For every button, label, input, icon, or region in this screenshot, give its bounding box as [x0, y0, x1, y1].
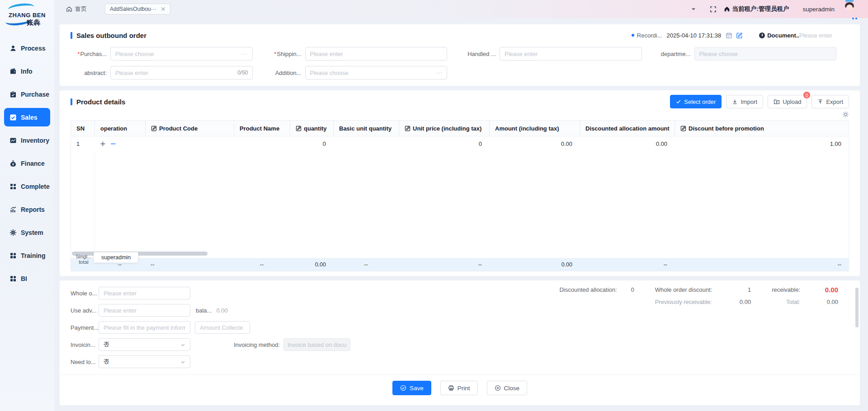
need-logistics-select[interactable]: 否 [99, 355, 190, 368]
document-label: Document.. [767, 32, 799, 39]
select-order-button[interactable]: Select order [670, 95, 722, 108]
payment-label: Payment... [71, 324, 99, 331]
handled-by-input[interactable] [500, 47, 642, 61]
print-button[interactable]: Print [440, 381, 478, 395]
close-icon[interactable] [161, 7, 165, 11]
char-counter: 0/50 [237, 70, 248, 76]
export-button[interactable]: Export [811, 95, 849, 108]
printer-icon [448, 385, 454, 391]
whole-order-discount-value: 1 [712, 286, 751, 293]
sidebar-item-system[interactable]: System [4, 223, 50, 242]
vertical-scrollbar[interactable] [855, 288, 859, 327]
sidebar-item-training[interactable]: Training [4, 246, 50, 265]
purchase-order-label: Purchas... [80, 51, 107, 57]
additional-input[interactable] [305, 66, 448, 79]
product-details-card: Product details Select order Import U [60, 90, 860, 276]
tab-add-sales-outbound[interactable]: AddSalesOutbou··· [105, 4, 170, 14]
previously-receivable-label: Previously receivable: [634, 299, 712, 305]
fullscreen-icon[interactable] [710, 6, 717, 13]
sidebar-item-inventory[interactable]: Inventory [4, 131, 50, 149]
need-logistics-field: Need lo... 否 [71, 355, 849, 368]
circle-check-icon [400, 385, 406, 391]
avatar[interactable] [842, 1, 858, 17]
invoicing-select[interactable]: 否 [99, 338, 190, 351]
tab-home[interactable]: 首页 [66, 5, 87, 13]
handled-by-label: Handled ... [460, 51, 500, 57]
order-footer-card: Whole o... Use adv... bala... 0.00 Payme… [60, 280, 860, 405]
whole-order-discount-label: Whole order discount: [634, 286, 712, 293]
add-row-icon[interactable] [100, 141, 106, 147]
import-button[interactable]: Import [726, 95, 763, 108]
handled-by-field: Handled ... [460, 47, 655, 61]
abstract-input[interactable] [110, 66, 253, 79]
chevron-down-icon [180, 360, 185, 364]
cell-quantity[interactable]: 0 [290, 136, 333, 151]
table-settings-gear-icon[interactable] [842, 111, 849, 118]
cell-unit-price[interactable]: 0 [399, 136, 489, 151]
sidebar-item-label: Purchase [21, 91, 49, 98]
total-cell-product-name: -- [234, 258, 290, 271]
cell-product-name [234, 136, 290, 151]
use-advance-input[interactable] [99, 304, 190, 317]
document-input[interactable] [799, 32, 849, 39]
sidebar-item-label: Complete [21, 183, 50, 190]
footer-actions: Save Print Close [71, 375, 849, 401]
invoicing-field: Invoicin... 否 Invoicing method: [71, 338, 849, 351]
total-cell-quantity: 0.00 [290, 258, 333, 271]
sidebar-item-label: Finance [21, 160, 45, 167]
shipping-input[interactable] [305, 47, 448, 61]
whole-order-input[interactable] [99, 287, 190, 299]
brand-name: ZHANG BEN [9, 12, 46, 19]
sidebar-item-process[interactable]: Process [4, 39, 50, 57]
remove-row-icon[interactable] [110, 141, 116, 147]
cell-discounted-allocation: 0.00 [580, 136, 675, 151]
topbar-right: 当前租户:管理员租户 superadmin [691, 1, 858, 17]
column-header-basic-unit-quantity: Basic unit quantity [333, 121, 399, 136]
save-button[interactable]: Save [392, 381, 431, 395]
close-button[interactable]: Close [487, 381, 528, 395]
tab-home-label: 首页 [75, 5, 87, 13]
amount-collected-input[interactable] [195, 321, 250, 334]
more-options-icon[interactable]: ··· [241, 51, 248, 57]
order-meta: Recordi... 2025-04-10 17:31:38 Document.… [632, 32, 849, 39]
cell-product-code[interactable] [145, 136, 234, 151]
main-area: 首页 AddSalesOutbou··· 当前租户:管理员租户 superadm… [54, 0, 868, 411]
sidebar-item-info[interactable]: Info [4, 62, 50, 80]
additional-label: Addition... [265, 70, 305, 76]
upload-button[interactable]: Upload 0 [768, 95, 807, 108]
column-header-unit-price: Unit price (including tax) [399, 121, 489, 136]
edit-column-icon [680, 126, 686, 131]
sidebar-item-finance[interactable]: Finance [4, 154, 50, 173]
purchase-order-field: *Purchas... ··· [71, 47, 265, 61]
sidebar-item-sales[interactable]: Sales [4, 108, 50, 126]
sidebar-item-reports[interactable]: Reports [4, 200, 50, 219]
more-options-icon[interactable]: ··· [436, 70, 443, 76]
sidebar-item-complete[interactable]: Complete [4, 177, 50, 196]
grid-dot-icon [9, 275, 17, 282]
purchase-order-input[interactable] [110, 47, 253, 61]
sidebar-item-purchase[interactable]: Purchase [4, 85, 50, 103]
cell-sn: 1 [71, 136, 94, 151]
calendar-icon[interactable] [726, 32, 732, 39]
upload-arrow-icon [817, 99, 823, 105]
username[interactable]: superadmin [802, 6, 835, 13]
payment-input[interactable] [99, 321, 190, 334]
payment-field: Payment... [71, 321, 849, 334]
superadmin-tooltip: superadmin [94, 252, 138, 263]
check-icon [676, 99, 681, 104]
sidebar-item-bi[interactable]: BI [4, 269, 50, 288]
invoicing-method-label: Invoicing method: [234, 341, 280, 348]
folder-icon [774, 98, 780, 105]
need-logistics-select-value: 否 [104, 358, 109, 366]
edit-icon[interactable] [736, 32, 743, 39]
column-header-product-code: Product Code [145, 121, 234, 136]
table-empty-area [71, 151, 849, 258]
tenant-info[interactable]: 当前租户:管理员租户 [724, 5, 789, 13]
sidebar-item-label: System [21, 229, 43, 236]
additional-field: Addition... ··· [265, 66, 460, 79]
chevron-down-icon[interactable] [691, 6, 696, 12]
table-row[interactable]: 1 0 0 0.00 0.00 [71, 136, 849, 151]
product-table: SN operation Product Code Product Name q… [71, 120, 849, 271]
cell-discount-before-promotion[interactable]: 1.00 [675, 136, 849, 151]
column-header-sn: SN [71, 121, 94, 136]
